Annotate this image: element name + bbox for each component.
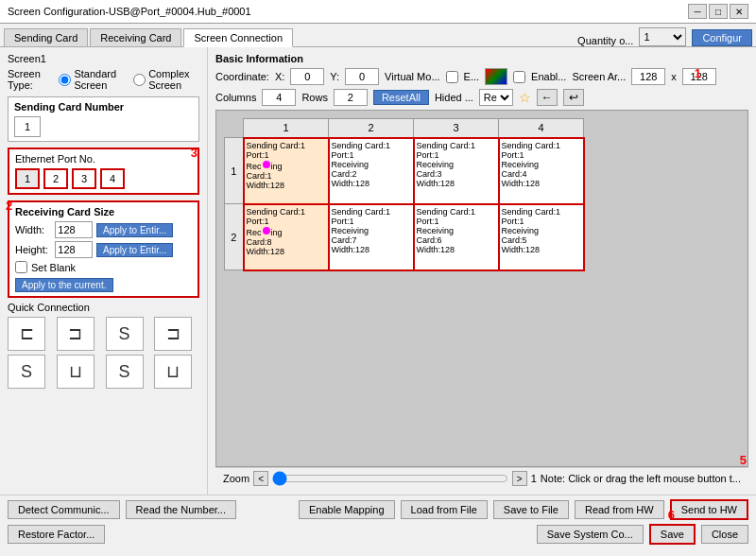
x-input[interactable] <box>290 68 324 85</box>
color-box[interactable] <box>485 68 507 85</box>
zoom-slider[interactable] <box>272 471 508 486</box>
quick-icon-4[interactable]: ⊐ <box>154 317 192 351</box>
eth-port-label: Ethernet Port No. <box>15 153 192 165</box>
restore-factor-btn[interactable]: Restore Factor... <box>8 525 105 544</box>
grid-cell-1-3[interactable]: Sending Card:1 Port:1 Receiving Card:3 W… <box>414 138 499 204</box>
apply-current-btn[interactable]: Apply to the current. <box>15 278 113 292</box>
height-input[interactable] <box>55 241 93 258</box>
rows-input[interactable] <box>334 89 368 106</box>
standard-screen-radio[interactable]: Standard Screen <box>59 68 126 91</box>
zoom-in-btn[interactable]: > <box>512 471 527 486</box>
save-btn[interactable]: Save <box>649 524 696 545</box>
apply-entire-height-btn[interactable]: Apply to Entir... <box>96 243 173 257</box>
close-window-button[interactable]: ✕ <box>730 4 748 19</box>
grid-cell-2-1[interactable]: Sending Card:1 Port:1 Recing Card:8 Widt… <box>244 204 329 270</box>
color-select[interactable]: Red Green Blue <box>479 89 513 106</box>
save-sys-btn[interactable]: Save System Co... <box>537 525 644 544</box>
tab-screen-connection[interactable]: Screen Connection <box>183 28 293 47</box>
grid-cell-2-3[interactable]: Sending Card:1 Port:1 Receiving Card:6 W… <box>414 204 499 270</box>
complex-screen-input[interactable] <box>133 74 146 86</box>
width-row: Width: Apply to Entir... <box>15 221 192 238</box>
y-input[interactable] <box>345 68 379 85</box>
screen-type-row: Screen Type: Standard Screen Complex Scr… <box>8 68 199 91</box>
width-input[interactable] <box>55 221 93 238</box>
port-btn-3[interactable]: 3 <box>72 168 96 189</box>
y-label: Y: <box>330 71 339 82</box>
port-buttons: 1 2 3 4 <box>15 168 192 189</box>
tab-sending-card[interactable]: Sending Card <box>4 28 88 46</box>
quick-icon-1[interactable]: ⊏ <box>8 317 45 351</box>
recv-card-label: Receiving Card Size <box>15 206 192 217</box>
undo-btn[interactable]: ↩ <box>563 89 584 106</box>
set-blank-label: Set Blank <box>31 262 76 273</box>
row-header-2: 2 <box>225 204 244 270</box>
zoom-label: Zoom <box>223 473 249 484</box>
right-panel: Basic Information 1 Coordinate: X: Y: Vi… <box>208 47 756 495</box>
rows-label: Rows <box>301 92 328 103</box>
standard-screen-input[interactable] <box>59 74 71 86</box>
title-bar: Screen Configuration-USB@Port_#0004.Hub_… <box>0 0 756 24</box>
zoom-bar: 5 Zoom < > 1 Note: Click or drag the lef… <box>215 467 748 489</box>
grid-cell-1-4[interactable]: Sending Card:1 Port:1 Receiving Card:4 W… <box>499 138 584 204</box>
complex-screen-radio[interactable]: Complex Screen <box>133 68 199 91</box>
read-from-hw-btn[interactable]: Read from HW <box>575 500 664 519</box>
apply-entire-width-btn[interactable]: Apply to Entir... <box>96 223 173 237</box>
port-btn-1[interactable]: 1 <box>15 168 40 189</box>
zoom-out-btn[interactable]: < <box>253 471 268 486</box>
screen-type-label: Screen Type: <box>8 68 51 91</box>
grid-cell-1-2[interactable]: Sending Card:1 Port:1 Receiving Card:2 W… <box>329 138 414 204</box>
grid-cell-1-1[interactable]: Sending Card:1 Port:1 Recing Card:1 Widt… <box>244 138 329 204</box>
height-row: Height: Apply to Entir... <box>15 241 192 258</box>
maximize-button[interactable]: □ <box>709 4 728 19</box>
close-btn[interactable]: Close <box>701 525 748 544</box>
left-arrow-btn[interactable]: ← <box>537 89 558 106</box>
quick-icon-3[interactable]: S <box>106 317 144 351</box>
columns-input[interactable] <box>262 89 296 106</box>
quick-icon-7[interactable]: S <box>106 355 144 389</box>
tab-receiving-card[interactable]: Receiving Card <box>90 28 181 46</box>
quick-icon-2[interactable]: ⊐ <box>57 317 94 351</box>
left-panel: Screen1 Screen Type: Standard Screen Com… <box>0 47 208 495</box>
send-to-hw-btn[interactable]: Send to HW <box>670 499 748 520</box>
coordinate-label: Coordinate: <box>215 71 269 82</box>
grid-cell-2-4[interactable]: Sending Card:1 Port:1 Receiving Card:5 W… <box>499 204 584 270</box>
grid-table: 1 2 3 4 1 Sending Card:1 <box>224 118 585 271</box>
save-to-file-btn[interactable]: Save to File <box>493 500 569 519</box>
set-blank-checkbox[interactable] <box>15 261 27 273</box>
reset-all-btn[interactable]: ResetAll <box>373 90 429 105</box>
quick-icon-5[interactable]: S <box>8 355 45 389</box>
virtual-mo-checkbox[interactable] <box>446 71 458 83</box>
port-btn-4[interactable]: 4 <box>100 168 125 189</box>
quick-conn-label: Quick Connection <box>8 302 199 313</box>
zoom-value: 1 <box>531 473 537 484</box>
enable-checkbox[interactable] <box>513 71 525 83</box>
grid-corner <box>225 119 244 138</box>
set-blank-row: Set Blank <box>15 261 192 273</box>
screen-width-input[interactable] <box>631 68 665 85</box>
annot-3: 3 <box>191 146 198 160</box>
grid-container[interactable]: 1 2 3 4 1 Sending Card:1 <box>215 110 748 467</box>
enable-label: Enabl... <box>531 71 566 82</box>
quantity-select[interactable]: 12 <box>639 27 686 46</box>
grid-row-1: 1 Sending Card:1 Port:1 Recing Card:1 Wi… <box>225 138 584 204</box>
read-number-btn[interactable]: Read the Number... <box>126 500 236 519</box>
load-from-file-btn[interactable]: Load from File <box>401 500 488 519</box>
enable-mapping-btn[interactable]: Enable Mapping <box>299 500 395 519</box>
minimize-button[interactable]: ─ <box>688 4 707 19</box>
grid-col-1: 1 <box>244 119 329 138</box>
annot-1: 1 <box>695 66 701 80</box>
grid-col-4: 4 <box>499 119 584 138</box>
grid-col-2: 2 <box>329 119 414 138</box>
screen-ar-label: Screen Ar... <box>572 71 626 82</box>
port-btn-2[interactable]: 2 <box>43 168 68 189</box>
screen-label: Screen1 <box>8 53 199 64</box>
quick-icon-8[interactable]: ⊔ <box>154 355 192 389</box>
bottom-bar: 6 Detect Communic... Read the Number... … <box>0 495 756 552</box>
quick-icon-6[interactable]: ⊔ <box>57 355 94 389</box>
quick-conn-grid: ⊏ ⊐ S ⊐ S ⊔ S ⊔ <box>8 317 199 389</box>
grid-cell-2-2[interactable]: Sending Card:1 Port:1 Receiving Card:7 W… <box>329 204 414 270</box>
star-icon[interactable]: ☆ <box>519 90 531 105</box>
grid-col-3: 3 <box>414 119 499 138</box>
detect-communic-btn[interactable]: Detect Communic... <box>8 500 120 519</box>
config-button[interactable]: Configur <box>692 29 752 46</box>
